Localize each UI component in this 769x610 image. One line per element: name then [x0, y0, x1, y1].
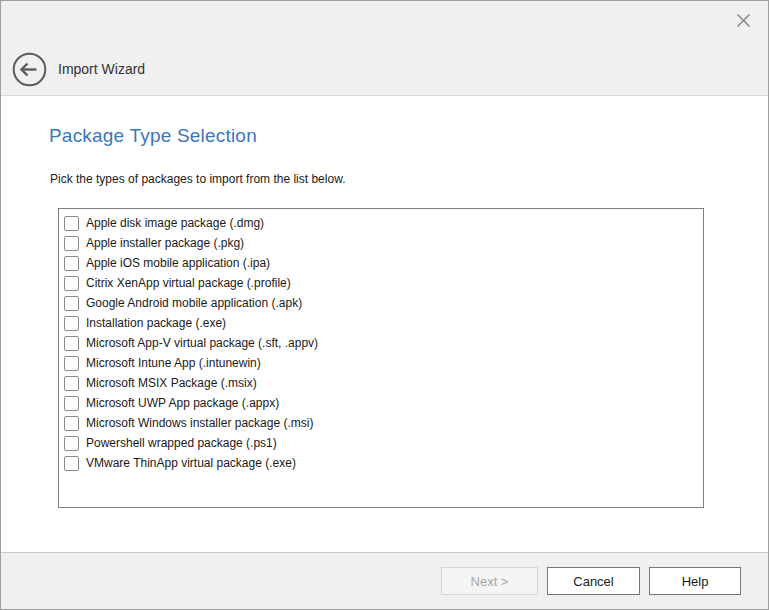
package-row[interactable]: Apple iOS mobile application (.ipa) — [59, 253, 703, 273]
package-checkbox[interactable] — [64, 376, 79, 391]
close-button[interactable] — [728, 7, 758, 33]
package-row[interactable]: Apple installer package (.pkg) — [59, 233, 703, 253]
package-label: Powershell wrapped package (.ps1) — [86, 436, 277, 450]
package-checkbox[interactable] — [64, 396, 79, 411]
package-label: Microsoft MSIX Package (.msix) — [86, 376, 257, 390]
package-label: Google Android mobile application (.apk) — [86, 296, 302, 310]
package-label: VMware ThinApp virtual package (.exe) — [86, 456, 296, 470]
wizard-footer: Next > Cancel Help — [1, 552, 768, 609]
package-checkbox[interactable] — [64, 436, 79, 451]
package-row[interactable]: Apple disk image package (.dmg) — [59, 213, 703, 233]
package-label: Microsoft App-V virtual package (.sft, .… — [86, 336, 318, 350]
package-type-list: Apple disk image package (.dmg) Apple in… — [58, 208, 704, 508]
package-checkbox[interactable] — [64, 456, 79, 471]
cancel-button[interactable]: Cancel — [547, 567, 640, 595]
package-row[interactable]: Microsoft MSIX Package (.msix) — [59, 373, 703, 393]
package-row[interactable]: Microsoft Intune App (.intunewin) — [59, 353, 703, 373]
wizard-header: Import Wizard — [1, 1, 768, 96]
package-checkbox[interactable] — [64, 356, 79, 371]
page-subtitle: Pick the types of packages to import fro… — [50, 172, 768, 186]
package-checkbox[interactable] — [64, 276, 79, 291]
package-label: Apple installer package (.pkg) — [86, 236, 244, 250]
help-button[interactable]: Help — [649, 567, 741, 595]
package-checkbox[interactable] — [64, 336, 79, 351]
package-label: Microsoft Intune App (.intunewin) — [86, 356, 261, 370]
package-row[interactable]: Installation package (.exe) — [59, 313, 703, 333]
package-label: Citrix XenApp virtual package (.profile) — [86, 276, 291, 290]
back-button[interactable] — [11, 51, 47, 87]
package-checkbox[interactable] — [64, 296, 79, 311]
wizard-page: Package Type Selection Pick the types of… — [1, 96, 768, 552]
package-checkbox[interactable] — [64, 216, 79, 231]
wizard-banner: Import Wizard — [11, 51, 145, 87]
package-row[interactable]: Citrix XenApp virtual package (.profile) — [59, 273, 703, 293]
package-row[interactable]: Google Android mobile application (.apk) — [59, 293, 703, 313]
close-icon — [736, 13, 751, 28]
next-button[interactable]: Next > — [441, 567, 538, 595]
back-arrow-icon — [12, 52, 47, 87]
package-row[interactable]: Powershell wrapped package (.ps1) — [59, 433, 703, 453]
package-label: Installation package (.exe) — [86, 316, 226, 330]
package-row[interactable]: VMware ThinApp virtual package (.exe) — [59, 453, 703, 473]
page-title: Package Type Selection — [49, 125, 768, 147]
package-checkbox[interactable] — [64, 316, 79, 331]
package-label: Microsoft UWP App package (.appx) — [86, 396, 279, 410]
package-label: Apple disk image package (.dmg) — [86, 216, 264, 230]
package-checkbox[interactable] — [64, 236, 79, 251]
package-row[interactable]: Microsoft UWP App package (.appx) — [59, 393, 703, 413]
package-label: Apple iOS mobile application (.ipa) — [86, 256, 270, 270]
wizard-title: Import Wizard — [58, 61, 145, 77]
package-label: Microsoft Windows installer package (.ms… — [86, 416, 313, 430]
import-wizard-window: Import Wizard Package Type Selection Pic… — [0, 0, 769, 610]
package-checkbox[interactable] — [64, 256, 79, 271]
package-checkbox[interactable] — [64, 416, 79, 431]
package-row[interactable]: Microsoft Windows installer package (.ms… — [59, 413, 703, 433]
package-row[interactable]: Microsoft App-V virtual package (.sft, .… — [59, 333, 703, 353]
